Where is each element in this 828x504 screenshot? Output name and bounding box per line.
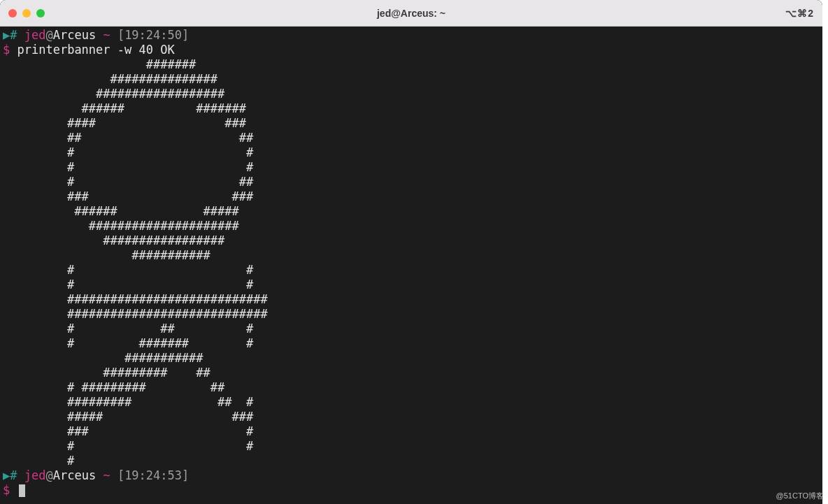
output-line: #######	[3, 57, 196, 71]
output-line: # #	[3, 278, 253, 291]
output-line: # #	[3, 160, 253, 174]
dollar-sign: $	[3, 43, 10, 57]
prompt-at: @	[45, 28, 52, 42]
prompt-tilde: ~	[103, 28, 110, 42]
output-line: # ## #	[3, 322, 253, 336]
output-line: ###### #######	[3, 101, 246, 115]
command-text: printerbanner -w 40 OK	[17, 43, 175, 57]
prompt-user: jed	[24, 28, 46, 42]
output-line: ###### #####	[3, 204, 239, 218]
prompt-hash: #	[10, 28, 17, 42]
prompt-host: Arceus	[53, 468, 96, 482]
traffic-lights	[8, 9, 45, 17]
dollar-sign: $	[3, 483, 10, 497]
prompt-at: @	[45, 468, 52, 482]
output-line: ### ###	[3, 189, 253, 203]
prompt-arrow: ▶	[3, 28, 10, 42]
output-line: # ######### ##	[3, 380, 224, 394]
output-line: ##################	[3, 87, 224, 101]
maximize-icon[interactable]	[36, 9, 45, 17]
output-line: #### ###	[3, 116, 246, 130]
prompt-hash: #	[10, 468, 17, 482]
output-line: # #	[3, 439, 253, 453]
output-line: ############################	[3, 307, 268, 321]
output-line: #################	[3, 233, 224, 247]
output-line: ## ##	[3, 131, 253, 145]
output-line: # ####### #	[3, 336, 253, 350]
prompt-tilde: ~	[103, 468, 110, 482]
output-line: # #	[3, 145, 253, 159]
output-line: ### #	[3, 424, 253, 438]
output-line: # ##	[3, 175, 253, 189]
prompt-arrow: ▶	[3, 468, 10, 482]
prompt-user: jed	[24, 468, 46, 482]
output-line: ######### ## #	[3, 395, 253, 409]
prompt-time: [19:24:53]	[117, 468, 189, 482]
prompt-time: [19:24:50]	[117, 28, 189, 42]
prompt-host: Arceus	[53, 28, 96, 42]
terminal-window: jed@Arceus: ~ ⌥⌘2 ▶# jed@Arceus ~ [19:24…	[0, 0, 822, 504]
output-line: #	[3, 454, 74, 468]
output-line: ###########	[3, 351, 204, 365]
window-shortcut: ⌥⌘2	[785, 8, 814, 19]
output-line: ############################	[3, 292, 268, 306]
watermark-text: @51CTO博客	[776, 491, 824, 501]
output-line: ###########	[3, 248, 210, 262]
output-line: ##### ###	[3, 410, 253, 424]
window-title: jed@Arceus: ~	[0, 8, 822, 19]
output-line: ######### ##	[3, 366, 210, 380]
output-line: # #	[3, 263, 253, 277]
terminal-body[interactable]: ▶# jed@Arceus ~ [19:24:50] $ printerbann…	[0, 27, 822, 504]
titlebar[interactable]: jed@Arceus: ~ ⌥⌘2	[0, 0, 822, 27]
minimize-icon[interactable]	[22, 9, 31, 17]
cursor-icon	[19, 484, 25, 497]
output-line: #####################	[3, 219, 239, 233]
close-icon[interactable]	[8, 9, 17, 17]
output-line: ###############	[3, 72, 217, 86]
